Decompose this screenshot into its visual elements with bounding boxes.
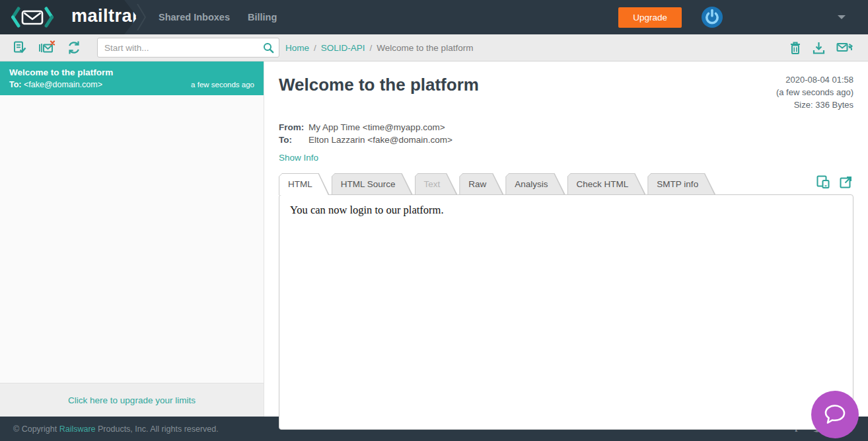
main-nav: Shared Inboxes Billing bbox=[159, 12, 277, 22]
search-box bbox=[97, 38, 279, 58]
logo-section: mailtrap bbox=[0, 0, 137, 34]
message-detail: Welcome to the platform 2020-08-04 01:58… bbox=[264, 61, 868, 417]
message-item-recipient: To: <fake@domain.com> bbox=[9, 80, 102, 89]
tab-html-source[interactable]: HTML Source bbox=[332, 173, 413, 194]
tab-analysis[interactable]: Analysis bbox=[505, 173, 565, 194]
mailtrap-app: mailtrap Shared Inboxes Billing Upgrade bbox=[0, 0, 868, 441]
open-external-button[interactable] bbox=[840, 175, 852, 188]
clear-inbox-button[interactable] bbox=[38, 40, 55, 55]
clear-inbox-icon bbox=[38, 40, 55, 55]
chat-bubble-icon bbox=[824, 404, 846, 425]
navbar-right: Upgrade bbox=[618, 6, 868, 28]
breadcrumb-home[interactable]: Home bbox=[285, 43, 309, 53]
logo-wordmark: mailtrap bbox=[71, 7, 143, 27]
power-avatar-icon bbox=[701, 6, 723, 28]
main-area: Welcome to the platform To: <fake@domain… bbox=[0, 61, 868, 417]
email-body-text: You can now login to our platform. bbox=[290, 204, 842, 217]
tab-text: Text bbox=[415, 173, 458, 194]
breadcrumb-separator: / bbox=[365, 43, 377, 53]
message-title: Welcome to the platform bbox=[279, 75, 479, 95]
address-block: From: My App Time <time@myapp.com> To: E… bbox=[279, 121, 853, 146]
open-external-icon bbox=[840, 176, 852, 188]
message-actions bbox=[789, 41, 868, 55]
message-list-sidebar: Welcome to the platform To: <fake@domain… bbox=[0, 61, 264, 417]
railsware-link[interactable]: Railsware bbox=[59, 424, 96, 434]
copyright-prefix: © Copyright bbox=[13, 424, 59, 434]
nav-billing[interactable]: Billing bbox=[248, 12, 277, 22]
upgrade-button[interactable]: Upgrade bbox=[618, 7, 682, 28]
to-label: To: bbox=[279, 134, 308, 146]
download-message-button[interactable] bbox=[813, 41, 825, 55]
upgrade-limits-link[interactable]: Click here to upgrade your limits bbox=[68, 395, 196, 405]
breadcrumb-inbox[interactable]: SOLID-API bbox=[321, 43, 365, 53]
from-value: My App Time <time@myapp.com> bbox=[308, 121, 445, 134]
device-preview-icon bbox=[816, 175, 830, 188]
chat-widget-button[interactable] bbox=[811, 391, 859, 438]
mark-read-icon bbox=[13, 40, 26, 55]
toolbar: Home/SOLID-API/Welcome to the platform bbox=[0, 34, 868, 61]
mailtrap-logo[interactable]: mailtrap bbox=[10, 7, 143, 28]
message-list-empty-space bbox=[0, 95, 264, 383]
message-relative-time: (a few seconds ago) bbox=[776, 86, 853, 99]
copyright-suffix: Products, Inc. All rights reserved. bbox=[96, 424, 219, 434]
breadcrumb-separator: / bbox=[309, 43, 321, 53]
top-navbar: mailtrap Shared Inboxes Billing Upgrade bbox=[0, 0, 868, 34]
message-tabs: HTML HTML Source Text Raw Analysis Check… bbox=[279, 173, 853, 194]
mark-read-button[interactable] bbox=[13, 40, 26, 55]
show-info-link[interactable]: Show Info bbox=[279, 153, 318, 163]
caret-down-icon[interactable] bbox=[838, 15, 846, 19]
breadcrumb-current: Welcome to the platform bbox=[377, 43, 473, 53]
tab-check-html[interactable]: Check HTML bbox=[567, 173, 646, 194]
message-item-subject: Welcome to the platform bbox=[9, 67, 254, 77]
message-size: Size: 336 Bytes bbox=[776, 99, 853, 111]
download-icon bbox=[813, 41, 825, 55]
email-preview-frame: You can now login to our platform. bbox=[279, 194, 853, 430]
refresh-icon bbox=[67, 40, 81, 55]
inbox-toolbar bbox=[0, 38, 264, 58]
message-list-item-selected[interactable]: Welcome to the platform To: <fake@domain… bbox=[0, 61, 264, 95]
message-date: 2020-08-04 01:58 bbox=[776, 73, 853, 86]
copyright-text: © Copyright Railsware Products, Inc. All… bbox=[13, 424, 219, 434]
nav-shared-inboxes[interactable]: Shared Inboxes bbox=[159, 12, 230, 22]
refresh-button[interactable] bbox=[67, 40, 81, 55]
message-item-time: a few seconds ago bbox=[191, 81, 254, 89]
forward-message-button[interactable] bbox=[836, 41, 853, 54]
mailtrap-logo-icon bbox=[10, 7, 67, 28]
device-preview-button[interactable] bbox=[816, 175, 830, 188]
tab-smtp-info[interactable]: SMTP info bbox=[647, 173, 715, 194]
sidebar-footer: Click here to upgrade your limits bbox=[0, 383, 264, 417]
logo-separator-chevron bbox=[136, 4, 147, 30]
to-value: Elton Lazzarin <fake@domain.com> bbox=[308, 134, 452, 146]
user-avatar[interactable] bbox=[701, 6, 723, 28]
forward-mail-icon bbox=[836, 41, 853, 54]
from-label: From: bbox=[279, 121, 308, 134]
trash-icon bbox=[789, 41, 801, 55]
breadcrumb: Home/SOLID-API/Welcome to the platform bbox=[285, 43, 473, 53]
delete-message-button[interactable] bbox=[789, 41, 801, 55]
message-item-to-label: To: bbox=[9, 80, 22, 89]
tab-raw[interactable]: Raw bbox=[459, 173, 503, 194]
tab-html[interactable]: HTML bbox=[279, 173, 330, 195]
search-icon[interactable] bbox=[263, 42, 274, 54]
message-meta: 2020-08-04 01:58 (a few seconds ago) Siz… bbox=[776, 72, 853, 111]
search-input[interactable] bbox=[97, 38, 279, 58]
message-item-to-address: <fake@domain.com> bbox=[24, 80, 102, 89]
